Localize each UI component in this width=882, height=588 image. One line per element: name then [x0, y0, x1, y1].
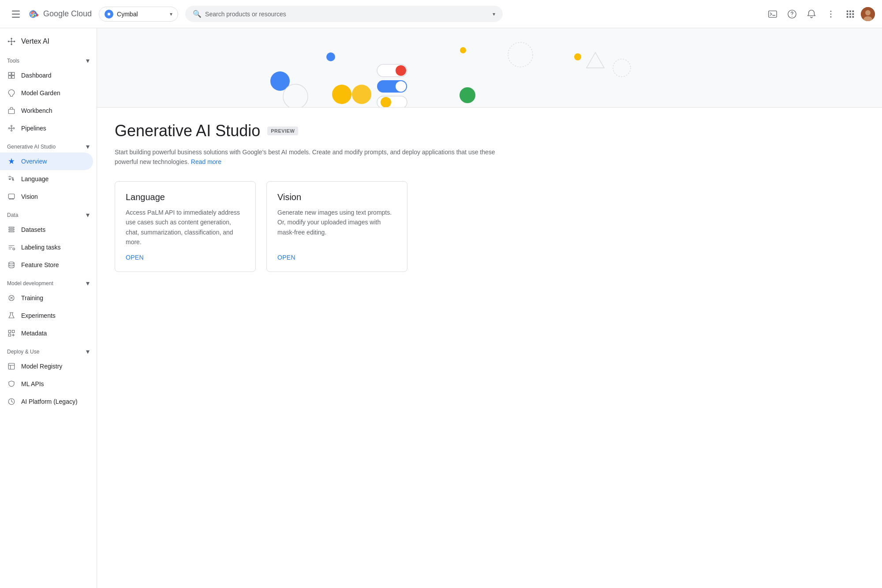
sidebar-item-label: Labeling tasks [21, 244, 61, 251]
svg-point-63 [396, 65, 406, 76]
sidebar-section-tools[interactable]: Tools ▾ [0, 51, 97, 67]
svg-point-58 [574, 53, 581, 60]
workbench-icon [7, 106, 16, 115]
sidebar-item-label: Dashboard [21, 72, 52, 79]
deploy-collapse-icon: ▾ [86, 347, 90, 356]
sidebar-item-label: Metadata [21, 330, 47, 337]
main-layout: Vertex AI Tools ▾ Dashboard Model Garden… [0, 28, 882, 588]
user-avatar[interactable] [861, 7, 875, 21]
svg-point-67 [381, 97, 391, 108]
vertex-ai-icon [7, 37, 16, 46]
sidebar-item-metadata[interactable]: Metadata [0, 324, 93, 342]
svg-rect-15 [849, 16, 851, 18]
google-cloud-logo[interactable]: Google Cloud [26, 7, 92, 21]
sidebar-section-gen-ai[interactable]: Generative AI Studio ▾ [0, 137, 97, 153]
sidebar-item-pipelines[interactable]: Pipelines [0, 119, 93, 137]
sidebar-item-label: Datasets [21, 226, 45, 233]
svg-point-56 [283, 84, 308, 108]
apps-button[interactable] [841, 5, 859, 23]
search-placeholder: Search products or resources [205, 11, 489, 18]
svg-point-5 [830, 11, 832, 12]
vision-icon [7, 192, 16, 201]
svg-rect-49 [8, 334, 11, 336]
svg-point-53 [613, 59, 631, 77]
sidebar-item-experiments[interactable]: Experiments [0, 307, 93, 324]
sidebar-item-datasets[interactable]: Datasets [0, 221, 93, 238]
sidebar-item-language[interactable]: Language [0, 170, 93, 188]
model-registry-icon [7, 362, 16, 371]
sidebar-section-data[interactable]: Data ▾ [0, 205, 97, 221]
sidebar-item-ai-platform[interactable]: AI Platform (Legacy) [0, 393, 93, 410]
notifications-button[interactable] [803, 5, 820, 23]
feature-store-icon [7, 261, 16, 269]
sidebar-item-overview[interactable]: Overview [0, 153, 93, 170]
svg-point-44 [13, 248, 15, 250]
sidebar-item-ml-apis[interactable]: ML APIs [0, 375, 93, 393]
svg-rect-47 [8, 330, 11, 332]
search-expand-icon: ▾ [493, 11, 495, 17]
help-button[interactable] [783, 5, 801, 23]
sidebar: Vertex AI Tools ▾ Dashboard Model Garden… [0, 28, 97, 588]
gcloud-logo-icon [26, 7, 40, 21]
language-card[interactable]: Language Access PaLM API to immediately … [115, 181, 256, 272]
svg-point-34 [8, 128, 10, 129]
data-collapse-icon: ▾ [86, 211, 90, 219]
more-vert-icon [826, 9, 836, 19]
global-search[interactable]: 🔍 Search products or resources ▾ [185, 6, 503, 22]
sidebar-item-label: Training [21, 294, 43, 301]
vision-card[interactable]: Vision Generate new images using text pr… [266, 181, 407, 272]
sidebar-item-vision[interactable]: Vision [0, 188, 93, 205]
svg-rect-43 [9, 231, 14, 232]
sidebar-section-model-dev[interactable]: Model development ▾ [0, 274, 97, 289]
sidebar-item-workbench[interactable]: Workbench [0, 102, 93, 119]
ai-platform-icon [7, 397, 16, 406]
terminal-icon [768, 9, 777, 19]
page-title: Generative AI Studio [115, 122, 260, 140]
sidebar-item-label: Workbench [21, 107, 52, 114]
hamburger-menu[interactable] [7, 5, 25, 23]
language-card-action: OPEN [126, 254, 245, 261]
svg-rect-16 [852, 16, 854, 18]
sidebar-item-dashboard[interactable]: Dashboard [0, 67, 93, 84]
svg-point-52 [508, 42, 533, 67]
language-open-link[interactable]: OPEN [126, 254, 144, 261]
svg-point-55 [326, 52, 335, 61]
svg-point-20 [11, 41, 12, 42]
page-content: Generative AI Studio PREVIEW Start build… [97, 108, 882, 286]
language-card-title: Language [126, 192, 245, 202]
datasets-icon [7, 225, 16, 234]
svg-point-7 [830, 16, 832, 18]
language-card-desc: Access PaLM API to immediately address u… [126, 208, 245, 247]
sidebar-item-feature-store[interactable]: Feature Store [0, 256, 93, 274]
vision-open-link[interactable]: OPEN [277, 254, 295, 261]
sidebar-item-label: Overview [21, 158, 47, 165]
sidebar-item-model-garden[interactable]: Model Garden [0, 84, 93, 102]
svg-rect-30 [12, 72, 15, 75]
svg-rect-40 [8, 194, 15, 199]
training-icon [7, 294, 16, 302]
svg-rect-8 [847, 10, 848, 12]
page-description: Start building powerful business solutio… [115, 147, 512, 167]
cloud-shell-button[interactable] [764, 5, 781, 23]
sidebar-item-label: Model Garden [21, 89, 60, 97]
help-icon [787, 9, 797, 19]
nav-right-actions [764, 5, 875, 23]
top-navbar: Google Cloud Cymbal ▾ 🔍 Search products … [0, 0, 882, 28]
dashboard-icon [7, 71, 16, 80]
svg-point-23 [11, 38, 12, 39]
grid-icon [845, 9, 855, 19]
more-options-button[interactable] [822, 5, 840, 23]
sidebar-item-label: Vision [21, 193, 38, 200]
svg-rect-32 [12, 76, 15, 78]
model-dev-collapse-icon: ▾ [86, 279, 90, 287]
sidebar-item-labeling[interactable]: Labeling tasks [0, 238, 93, 256]
project-selector[interactable]: Cymbal ▾ [99, 7, 178, 22]
svg-rect-13 [852, 13, 854, 15]
svg-point-18 [865, 10, 871, 15]
read-more-link[interactable]: Read more [191, 158, 221, 165]
sidebar-section-deploy[interactable]: Deploy & Use ▾ [0, 342, 97, 357]
user-photo [861, 7, 875, 21]
sidebar-item-training[interactable]: Training [0, 289, 93, 307]
svg-rect-12 [849, 13, 851, 15]
sidebar-item-model-registry[interactable]: Model Registry [0, 357, 93, 375]
